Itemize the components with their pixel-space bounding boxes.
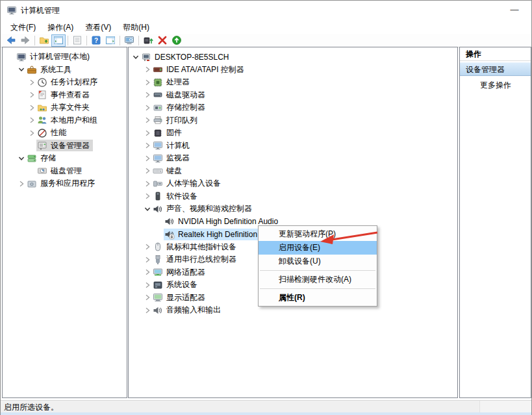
chevron-right-icon[interactable] — [27, 129, 36, 138]
chevron-right-icon[interactable] — [143, 166, 152, 175]
tree-row[interactable]: 计算机管理(本地) — [3, 51, 127, 64]
toolbar-remove-x-button[interactable] — [155, 34, 170, 47]
tree-row[interactable]: DESKTOP-8E5SLCH — [129, 51, 457, 64]
tree-row[interactable]: 监视器 — [129, 152, 457, 165]
tree-row[interactable]: 任务计划程序 — [3, 76, 127, 89]
tree-item[interactable]: 通用串行总线控制器 — [152, 254, 240, 266]
tree-item[interactable]: 系统设备 — [152, 279, 201, 291]
chevron-right-icon[interactable] — [143, 129, 152, 138]
tree-row[interactable]: 服务和应用程序 — [3, 177, 127, 190]
chevron-right-icon[interactable] — [143, 242, 152, 251]
chevron-right-icon[interactable] — [143, 154, 152, 163]
actions-selected-item[interactable]: 设备管理器 — [460, 62, 531, 76]
chevron-right-icon[interactable] — [143, 116, 152, 125]
chevron-right-icon[interactable] — [143, 65, 152, 74]
menu-file[interactable]: 文件(F) — [5, 21, 42, 34]
tree-item[interactable]: 打印队列 — [152, 114, 201, 126]
chevron-down-icon[interactable] — [17, 154, 26, 163]
tree-row[interactable]: 设备管理器 — [3, 140, 127, 153]
chevron-right-icon[interactable] — [143, 103, 152, 112]
chevron-right-icon[interactable] — [143, 293, 152, 302]
chevron-right-icon[interactable] — [143, 268, 152, 277]
toolbar-back-button[interactable] — [4, 34, 18, 47]
chevron-down-icon[interactable] — [131, 53, 140, 62]
tree-row[interactable]: 存储控制器 — [129, 101, 457, 114]
menu-action[interactable]: 操作(A) — [42, 21, 79, 34]
tree-row[interactable]: 性能 — [3, 127, 127, 140]
tree-row[interactable]: 声音、视频和游戏控制器 — [129, 203, 457, 216]
toolbar-up-folder-button[interactable] — [37, 34, 51, 47]
toolbar-help-button[interactable]: ? — [89, 34, 103, 47]
tree-row[interactable]: 系统工具 — [3, 64, 127, 77]
menu-help[interactable]: 帮助(H) — [117, 21, 155, 34]
tree-row[interactable]: 磁盘驱动器 — [129, 89, 457, 102]
tree-item[interactable]: IDE ATA/ATAPI 控制器 — [152, 64, 247, 75]
tree-row[interactable]: 计算机 — [129, 140, 457, 153]
toolbar-console-tree-button[interactable] — [51, 34, 66, 47]
tree-row[interactable]: IDE ATA/ATAPI 控制器 — [129, 64, 457, 77]
tree-item[interactable]: 键盘 — [152, 165, 185, 177]
tree-item[interactable]: 设备管理器 — [36, 140, 93, 151]
tree-item[interactable]: 软件设备 — [152, 190, 201, 202]
tree-item[interactable]: 显示适配器 — [152, 292, 209, 303]
chevron-right-icon[interactable] — [17, 179, 26, 188]
tree-item[interactable]: 网络适配器 — [152, 266, 209, 278]
chevron-right-icon[interactable] — [143, 179, 152, 188]
context-menu-item[interactable]: 卸载设备(U) — [259, 255, 377, 268]
chevron-right-icon[interactable] — [143, 281, 152, 290]
tree-item[interactable]: 共享文件夹 — [36, 102, 93, 114]
chevron-right-icon[interactable] — [143, 255, 152, 264]
tree-item[interactable]: 音频输入和输出 — [152, 305, 224, 316]
tree-row[interactable]: 键盘 — [129, 165, 457, 178]
chevron-right-icon[interactable] — [143, 141, 152, 150]
tree-item[interactable]: 存储控制器 — [152, 102, 209, 114]
tree-item[interactable]: 人体学输入设备 — [152, 178, 224, 190]
tree-item[interactable]: 声音、视频和游戏控制器 — [152, 203, 255, 215]
chevron-right-icon[interactable] — [27, 90, 36, 99]
chevron-right-icon[interactable] — [143, 306, 152, 315]
chevron-down-icon[interactable] — [17, 65, 26, 74]
context-menu-item[interactable]: 启用设备(E) — [259, 241, 377, 255]
tree-row[interactable]: 磁盘管理 — [3, 165, 127, 178]
tree-item[interactable]: 监视器 — [152, 153, 193, 164]
context-menu-item[interactable]: 属性(R) — [259, 291, 377, 305]
context-menu-item[interactable]: 扫描检测硬件改动(A) — [259, 273, 377, 286]
toolbar-action-pane-button[interactable] — [103, 34, 118, 47]
tree-item[interactable]: 本地用户和组 — [36, 114, 101, 126]
tree-item[interactable]: 固件 — [152, 127, 185, 139]
tree-item[interactable]: DESKTOP-8E5SLCH — [140, 51, 233, 63]
chevron-down-icon[interactable] — [143, 205, 152, 214]
tree-row[interactable]: 事件查看器 — [3, 89, 127, 102]
chevron-right-icon[interactable] — [143, 78, 152, 87]
tree-item[interactable]: 鼠标和其他指针设备 — [152, 241, 240, 253]
tree-item[interactable]: 计算机 — [152, 140, 193, 151]
tree-item[interactable]: 磁盘管理 — [36, 165, 85, 177]
chevron-right-icon[interactable] — [143, 90, 152, 99]
tree-row[interactable]: 固件 — [129, 127, 457, 140]
tree-row[interactable]: 共享文件夹 — [3, 101, 127, 114]
tree-item[interactable]: 性能 — [36, 127, 70, 139]
tree-item[interactable]: 计算机管理(本地) — [16, 51, 93, 63]
menu-view[interactable]: 查看(V) — [79, 21, 117, 34]
chevron-right-icon[interactable] — [27, 116, 36, 125]
status-resize-grip[interactable] — [479, 401, 531, 412]
minimize-button[interactable]: — — [505, 3, 524, 16]
tree-item[interactable]: 存储 — [26, 153, 59, 164]
tree-row[interactable]: 软件设备 — [129, 190, 457, 203]
chevron-right-icon[interactable] — [143, 192, 152, 201]
chevron-right-icon[interactable] — [27, 78, 36, 87]
toolbar-list-sheet-button[interactable] — [70, 34, 84, 47]
context-menu-item[interactable]: 更新驱动程序(P) — [259, 227, 377, 241]
tree-item[interactable]: 任务计划程序 — [36, 77, 101, 88]
toolbar-enable-device-button[interactable] — [141, 34, 155, 47]
tree-row[interactable]: 本地用户和组 — [3, 114, 127, 127]
tree-item[interactable]: 磁盘驱动器 — [152, 89, 209, 101]
tree-item[interactable]: 系统工具 — [26, 64, 75, 75]
more-actions-button[interactable]: 更多操作 — [460, 78, 531, 92]
tree-row[interactable]: 处理器 — [129, 76, 457, 89]
tree-row[interactable]: 打印队列 — [129, 114, 457, 127]
tree-row[interactable]: 人体学输入设备 — [129, 177, 457, 190]
tree-item[interactable]: 服务和应用程序 — [26, 178, 98, 190]
tree-row[interactable]: 存储 — [3, 152, 127, 165]
toolbar-forward-button[interactable] — [18, 34, 32, 47]
